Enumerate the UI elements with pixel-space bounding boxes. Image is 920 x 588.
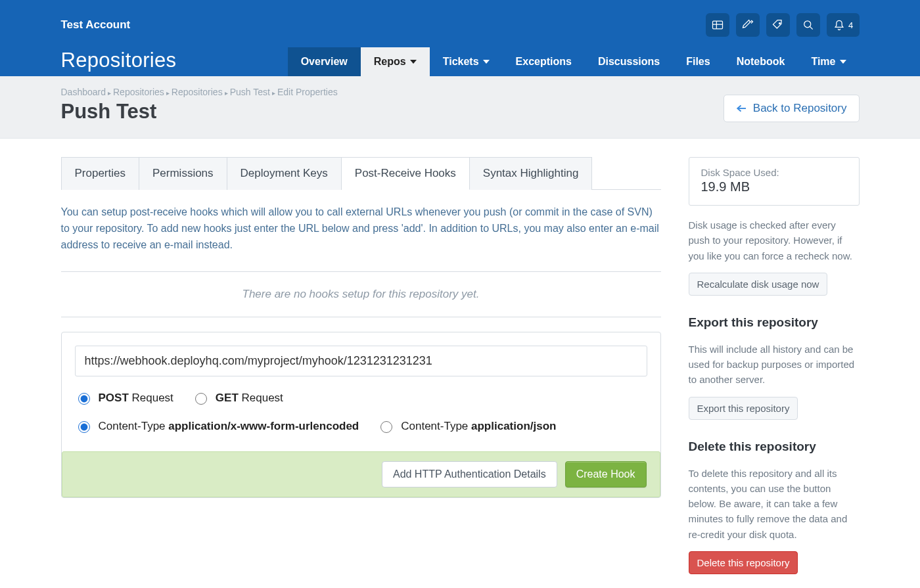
breadcrumb: Dashboard▸Repositories▸Repositories▸Push… <box>61 87 338 97</box>
section-title: Repositories <box>61 49 177 72</box>
add-http-auth-button[interactable]: Add HTTP Authentication Details <box>382 461 557 487</box>
radio-post-request[interactable]: POST Request <box>75 391 173 405</box>
settings-icon[interactable] <box>736 13 760 37</box>
tab-post-receive-hooks[interactable]: Post-Receive Hooks <box>342 157 470 190</box>
divider <box>61 271 661 272</box>
get-radio[interactable] <box>195 393 207 405</box>
top-bar: Test Account Repositories 4 OverviewRepo… <box>0 0 920 76</box>
nav-time[interactable]: Time <box>798 47 859 76</box>
breadcrumb-item[interactable]: Repositories <box>113 87 164 97</box>
tab-permissions[interactable]: Permissions <box>139 157 227 190</box>
sidebar: Disk Space Used: 19.9 MB Disk usage is c… <box>689 157 860 574</box>
hooks-intro-text: You can setup post-receive hooks which w… <box>61 190 661 260</box>
content-type-row: Content-Type application/x-www-form-urle… <box>75 419 647 433</box>
export-repository-button[interactable]: Export this repository <box>689 397 798 420</box>
chevron-down-icon <box>410 60 417 64</box>
left-column: PropertiesPermissionsDeployment KeysPost… <box>61 157 661 574</box>
ctype-json-radio[interactable] <box>380 421 392 433</box>
breadcrumb-item[interactable]: Edit Properties <box>277 87 338 97</box>
radio-content-type-form[interactable]: Content-Type application/x-www-form-urle… <box>75 419 359 433</box>
account-name[interactable]: Test Account <box>61 18 131 32</box>
dashboard-icon[interactable] <box>706 13 729 37</box>
main-nav: OverviewReposTicketsExceptionsDiscussion… <box>288 47 860 76</box>
nav-discussions[interactable]: Discussions <box>585 47 673 76</box>
post-radio[interactable] <box>78 393 90 405</box>
http-method-row: POST Request GET Request <box>75 391 647 405</box>
ctype-form-radio[interactable] <box>78 421 90 433</box>
svg-rect-0 <box>712 21 722 29</box>
disk-space-value: 19.9 MB <box>701 179 847 194</box>
disk-space-box: Disk Space Used: 19.9 MB <box>689 157 860 206</box>
svg-line-5 <box>810 27 812 30</box>
notifications-icon[interactable]: 4 <box>827 13 860 37</box>
delete-heading: Delete this repository <box>689 440 860 454</box>
breadcrumb-item[interactable]: Repositories <box>172 87 223 97</box>
tab-properties[interactable]: Properties <box>61 157 139 190</box>
nav-exceptions[interactable]: Exceptions <box>503 47 585 76</box>
radio-content-type-json[interactable]: Content-Type application/json <box>377 419 556 433</box>
form-action-bar: Add HTTP Authentication Details Create H… <box>62 451 660 497</box>
chevron-down-icon <box>840 60 846 64</box>
chevron-down-icon <box>483 60 490 64</box>
tab-syntax-highlighting[interactable]: Syntax Highlighting <box>470 157 593 190</box>
nav-tickets[interactable]: Tickets <box>430 47 503 76</box>
delete-note: To delete this repository and all its co… <box>689 466 860 542</box>
tab-deployment-keys[interactable]: Deployment Keys <box>227 157 342 190</box>
nav-repos[interactable]: Repos <box>361 47 430 76</box>
nav-notebook[interactable]: Notebook <box>724 47 798 76</box>
hook-url-input[interactable] <box>75 346 647 376</box>
search-icon[interactable] <box>796 13 820 37</box>
export-heading: Export this repository <box>689 315 860 330</box>
divider <box>61 317 661 317</box>
tag-icon[interactable] <box>766 13 790 37</box>
disk-space-label: Disk Space Used: <box>701 167 847 178</box>
radio-get-request[interactable]: GET Request <box>192 391 283 405</box>
page-title: Push Test <box>61 100 338 124</box>
add-hook-form: POST Request GET Request Content-Type ap… <box>61 332 661 498</box>
notifications-count: 4 <box>848 20 853 30</box>
delete-repository-button[interactable]: Delete this repository <box>689 551 798 574</box>
recalculate-disk-button[interactable]: Recalculate disk usage now <box>689 273 828 296</box>
svg-point-3 <box>779 23 780 24</box>
export-note: This will include all history and can be… <box>689 342 860 388</box>
disk-space-note: Disk usage is checked after every push t… <box>689 217 860 263</box>
main-content: PropertiesPermissionsDeployment KeysPost… <box>61 139 860 588</box>
breadcrumb-item[interactable]: Push Test <box>230 87 270 97</box>
svg-point-4 <box>804 21 810 28</box>
settings-tabs: PropertiesPermissionsDeployment KeysPost… <box>61 157 661 190</box>
create-hook-button[interactable]: Create Hook <box>565 461 647 487</box>
back-arrow-icon <box>736 104 748 113</box>
nav-files[interactable]: Files <box>673 47 723 76</box>
back-to-repository-button[interactable]: Back to Repository <box>724 95 860 122</box>
header-icons: 4 <box>706 13 860 37</box>
breadcrumb-item[interactable]: Dashboard <box>61 87 106 97</box>
empty-hooks-message: There are no hooks setup for this reposi… <box>61 284 661 305</box>
nav-overview[interactable]: Overview <box>288 47 361 76</box>
sub-header: Dashboard▸Repositories▸Repositories▸Push… <box>0 76 920 139</box>
